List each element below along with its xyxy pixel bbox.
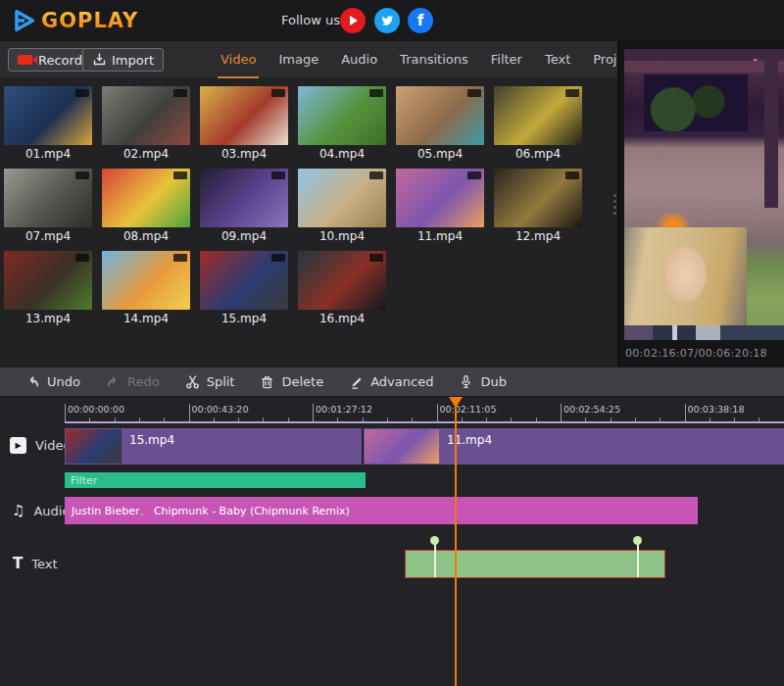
record-button[interactable]: Record	[8, 48, 92, 72]
video-thumbnail[interactable]	[396, 169, 484, 227]
playhead-line[interactable]	[455, 397, 457, 686]
facebook-icon[interactable]: f	[408, 8, 433, 33]
ruler-label: 00:00:43:20	[192, 404, 249, 415]
video-track-icon: ▶	[10, 437, 26, 454]
library-item[interactable]: 10.mp4	[298, 169, 386, 243]
video-clip-15[interactable]: 15.mp4	[65, 428, 362, 465]
library-grid: 01.mp402.mp403.mp404.mp405.mp406.mp407.m…	[4, 86, 582, 325]
keyframe-handle[interactable]	[430, 536, 439, 545]
timeline: 00:00:00:0000:00:43:2000:01:27:1200:02:1…	[0, 397, 784, 686]
audio-clip[interactable]: Justin Bieber、 Chipmunk - Baby (Chipmunk…	[65, 497, 698, 524]
scissors-icon	[185, 374, 200, 389]
video-thumbnail[interactable]	[200, 86, 288, 145]
text-clip[interactable]	[405, 550, 665, 578]
library-item[interactable]: 07.mp4	[4, 169, 92, 243]
advanced-button[interactable]: Advanced	[349, 374, 433, 389]
clip-thumbnail	[365, 429, 439, 464]
trash-icon	[260, 374, 274, 389]
split-button[interactable]: Split	[185, 374, 235, 389]
video-thumbnail[interactable]	[494, 169, 582, 227]
microphone-icon	[459, 374, 473, 389]
video-thumbnail[interactable]	[396, 86, 484, 145]
keyframe-stem	[434, 544, 436, 577]
video-thumbnail[interactable]	[102, 251, 190, 310]
library-item[interactable]: 09.mp4	[200, 169, 288, 243]
tab-video[interactable]: Video	[218, 41, 259, 78]
library-item-label: 02.mp4	[102, 147, 190, 161]
library-item-label: 01.mp4	[4, 147, 92, 161]
tab-filter[interactable]: Filter	[488, 41, 525, 78]
media-toolbar: Record Import VideoImageAudioTransitions…	[0, 41, 617, 78]
video-thumbnail[interactable]	[298, 86, 386, 145]
library-item[interactable]: 08.mp4	[102, 169, 190, 243]
video-thumbnail[interactable]	[298, 169, 386, 227]
audio-track-label: ♫ Audio	[12, 502, 70, 519]
library-item[interactable]: 16.mp4	[298, 251, 386, 325]
library-item-label: 14.mp4	[102, 312, 190, 325]
music-note-icon: ♫	[12, 502, 24, 519]
video-thumbnail[interactable]	[102, 86, 190, 145]
video-thumbnail[interactable]	[4, 86, 92, 145]
dub-button[interactable]: Dub	[459, 374, 507, 389]
keyframe-handle[interactable]	[633, 536, 642, 545]
video-thumbnail[interactable]	[200, 251, 288, 310]
tool-label: Redo	[127, 374, 160, 389]
library-item[interactable]: 03.mp4	[200, 86, 288, 161]
media-library: 01.mp402.mp403.mp404.mp405.mp406.mp407.m…	[0, 78, 617, 368]
tab-audio[interactable]: Audio	[338, 41, 380, 78]
redo-button[interactable]: Redo	[106, 374, 160, 389]
library-item[interactable]: 14.mp4	[102, 251, 190, 325]
library-item[interactable]: 12.mp4	[494, 169, 582, 243]
ruler-tick	[685, 404, 686, 422]
twitter-icon[interactable]	[374, 8, 400, 33]
video-thumbnail[interactable]	[200, 169, 288, 227]
library-item[interactable]: 02.mp4	[102, 86, 190, 161]
library-item-label: 09.mp4	[200, 229, 288, 243]
video-thumbnail[interactable]	[494, 86, 582, 145]
library-item[interactable]: 01.mp4	[4, 86, 92, 161]
youtube-icon[interactable]	[340, 8, 366, 33]
delete-button[interactable]: Delete	[260, 374, 323, 389]
tool-label: Delete	[281, 374, 323, 389]
video-clip-11[interactable]: 11.mp4	[364, 428, 784, 465]
ruler-tick	[313, 404, 314, 422]
filter-clip[interactable]: Filter	[65, 472, 366, 488]
library-item[interactable]: 13.mp4	[4, 251, 92, 325]
ruler-label: 00:01:27:12	[316, 404, 372, 415]
ruler-label: 00:02:54:25	[564, 404, 620, 415]
tool-label: Advanced	[370, 374, 433, 389]
pencil-icon	[349, 374, 364, 389]
preview-player[interactable]	[624, 49, 784, 340]
video-thumbnail[interactable]	[298, 251, 386, 310]
tab-transitions[interactable]: Transitions	[397, 41, 471, 78]
keyframe-stem	[637, 544, 639, 577]
library-item[interactable]: 06.mp4	[494, 86, 582, 161]
library-item-label: 06.mp4	[494, 147, 582, 161]
undo-icon	[25, 374, 40, 389]
video-thumbnail[interactable]	[4, 169, 92, 227]
preview-scene-roof	[624, 61, 784, 73]
library-item[interactable]: 15.mp4	[200, 251, 288, 325]
library-item-label: 08.mp4	[102, 229, 190, 243]
camera-icon	[18, 55, 32, 65]
clip-thumbnail	[66, 429, 122, 464]
tool-label: Split	[207, 374, 235, 389]
media-tabs: VideoImageAudioTransitionsFilterTextProj…	[218, 41, 640, 78]
video-thumbnail[interactable]	[102, 169, 190, 227]
library-item-label: 03.mp4	[200, 147, 288, 161]
redo-icon	[106, 374, 121, 389]
library-item[interactable]: 05.mp4	[396, 86, 484, 161]
tab-image[interactable]: Image	[275, 41, 321, 78]
library-item[interactable]: 04.mp4	[298, 86, 386, 161]
import-button[interactable]: Import	[82, 48, 164, 72]
library-item-label: 11.mp4	[396, 229, 484, 243]
ruler-label: 00:03:38:18	[688, 404, 745, 415]
undo-button[interactable]: Undo	[25, 374, 80, 389]
ruler-baseline	[65, 421, 784, 423]
tab-text[interactable]: Text	[542, 41, 573, 78]
video-thumbnail[interactable]	[4, 251, 92, 310]
tool-label: Undo	[47, 374, 80, 389]
preview-scene-window	[644, 74, 748, 131]
divider-handle[interactable]	[613, 194, 616, 215]
library-item[interactable]: 11.mp4	[396, 169, 484, 243]
